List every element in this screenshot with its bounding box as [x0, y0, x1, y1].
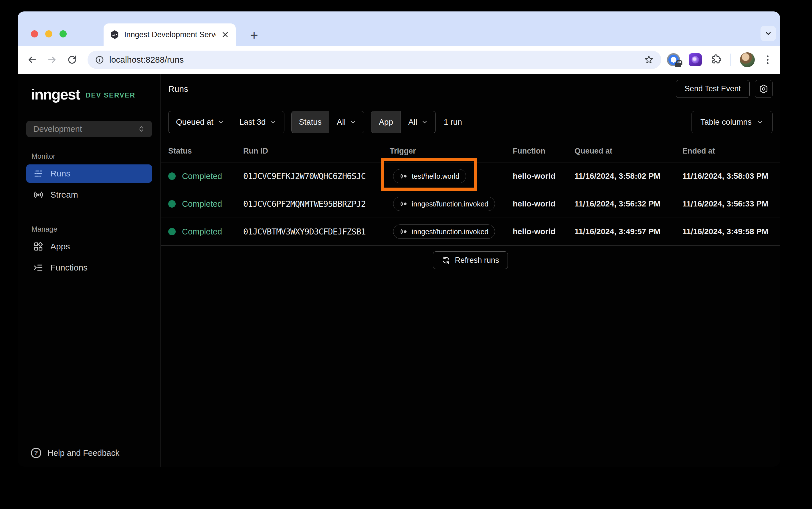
page-title: Runs: [168, 84, 188, 94]
select-updown-icon: [138, 125, 145, 133]
functions-icon: [33, 263, 43, 273]
event-trigger-icon: [400, 200, 408, 208]
inngest-favicon-icon: [110, 30, 120, 39]
forward-icon[interactable]: [46, 54, 58, 66]
trigger-badge[interactable]: test/hello.world: [393, 169, 466, 183]
page-header: Runs Send Test Event: [161, 74, 780, 104]
time-filter-group: Queued at Last 3d: [168, 111, 284, 133]
table-row[interactable]: Completed 01JCVBTMV3WXY9D3CFDEJFZSB1 inn…: [161, 218, 780, 246]
queued-at: 11/16/2024, 3:49:57 PM: [575, 227, 682, 236]
sidebar-item-label: Runs: [51, 169, 70, 178]
environment-select[interactable]: Development: [26, 121, 152, 137]
purple-extension-icon[interactable]: [689, 53, 702, 66]
bookmark-star-icon[interactable]: [644, 55, 654, 65]
minimize-window-button[interactable]: [45, 30, 52, 37]
time-field-filter[interactable]: Queued at: [168, 111, 232, 133]
profile-avatar[interactable]: [740, 52, 755, 67]
help-and-feedback[interactable]: ? Help and Feedback: [31, 448, 152, 458]
inngest-logo: inngest: [31, 86, 80, 103]
ended-at: 11/16/2024, 3:49:58 PM: [682, 227, 773, 236]
status-text: Completed: [182, 172, 222, 181]
browser-menu-icon[interactable]: [764, 56, 772, 64]
column-header-status: Status: [168, 147, 243, 156]
send-test-event-button[interactable]: Send Test Event: [676, 80, 750, 98]
function-name: hello-world: [513, 227, 575, 236]
table-columns-button[interactable]: Table columns: [691, 111, 773, 133]
table-row[interactable]: Completed 01JCVC6PF2MQNMTWE95BBRZPJ2 inn…: [161, 190, 780, 218]
dev-server-badge: DEV SERVER: [86, 91, 135, 99]
tab-strip: Inngest Development Server +: [18, 11, 780, 46]
tab-close-icon[interactable]: [221, 30, 229, 39]
column-header-trigger: Trigger: [390, 147, 513, 156]
chevron-down-icon: [218, 119, 224, 126]
browser-window: Inngest Development Server + localhost:8…: [18, 11, 780, 467]
back-icon[interactable]: [26, 54, 38, 66]
run-id: 01JCVBTMV3WXY9D3CFDEJFZSB1: [243, 227, 390, 236]
table-row[interactable]: Completed 01JCVC9EFKJ2W70WQHC6ZH6SJC tes…: [161, 162, 780, 190]
site-info-icon[interactable]: [95, 55, 104, 64]
function-name: hello-world: [513, 172, 575, 181]
browser-toolbar: localhost:8288/runs: [18, 46, 780, 74]
tab-search-button[interactable]: [760, 26, 776, 41]
status-filter-group: Status All: [291, 111, 364, 133]
ended-at: 11/16/2024, 3:58:03 PM: [682, 172, 773, 181]
event-trigger-icon: [400, 228, 408, 236]
manage-section-label: Manage: [31, 225, 152, 233]
app-filter-group: App All: [371, 111, 436, 133]
status-dot: [168, 228, 176, 235]
reload-icon[interactable]: [66, 54, 78, 66]
stream-icon: [33, 190, 43, 200]
status-dot: [168, 200, 176, 208]
queued-at: 11/16/2024, 3:56:32 PM: [575, 199, 682, 208]
sidebar-item-runs[interactable]: Runs: [26, 164, 152, 183]
url-text[interactable]: localhost:8288/runs: [109, 55, 644, 65]
sidebar: inngest DEV SERVER Development Monitor R…: [18, 74, 161, 467]
status-text: Completed: [182, 199, 222, 209]
sidebar-item-apps[interactable]: Apps: [26, 237, 152, 256]
app-filter-label: App: [371, 111, 400, 133]
chevron-down-icon: [270, 119, 277, 126]
sidebar-item-functions[interactable]: Functions: [26, 259, 152, 277]
refresh-runs-button[interactable]: Refresh runs: [433, 251, 508, 269]
run-id: 01JCVC6PF2MQNMTWE95BBRZPJ2: [243, 199, 390, 209]
chevron-down-icon: [350, 119, 357, 126]
trigger-badge[interactable]: inngest/function.invoked: [393, 225, 495, 239]
new-tab-button[interactable]: +: [247, 28, 261, 42]
status-filter-value[interactable]: All: [329, 111, 364, 133]
sidebar-item-label: Stream: [51, 190, 78, 200]
close-window-button[interactable]: [31, 30, 38, 37]
password-manager-extension-icon[interactable]: [667, 53, 680, 66]
status-filter-label: Status: [292, 111, 329, 133]
chevron-down-icon: [756, 118, 764, 126]
run-count: 1 run: [444, 117, 462, 127]
status-dot: [168, 172, 176, 180]
column-header-queued-at: Queued at: [575, 147, 682, 156]
help-icon: ?: [31, 448, 41, 458]
browser-tab[interactable]: Inngest Development Server: [104, 24, 236, 46]
sidebar-item-label: Apps: [51, 242, 70, 251]
status-text: Completed: [182, 227, 222, 236]
column-header-function: Function: [513, 147, 575, 156]
traffic-lights: [31, 30, 67, 37]
address-bar[interactable]: localhost:8288/runs: [88, 50, 661, 69]
refresh-icon: [442, 256, 450, 265]
filter-bar: Queued at Last 3d Status All: [161, 104, 780, 140]
chevron-down-icon: [421, 119, 428, 126]
event-trigger-icon: [400, 172, 408, 180]
column-header-ended-at: Ended at: [682, 147, 773, 156]
settings-button[interactable]: [755, 80, 773, 98]
function-name: hello-world: [513, 199, 575, 208]
app-filter-value[interactable]: All: [400, 111, 435, 133]
sidebar-item-stream[interactable]: Stream: [26, 185, 152, 204]
apps-icon: [33, 241, 43, 252]
toolbar-divider: [730, 54, 731, 66]
queued-at: 11/16/2024, 3:58:02 PM: [575, 172, 682, 181]
monitor-section-label: Monitor: [31, 152, 152, 161]
extensions-puzzle-icon[interactable]: [710, 54, 722, 66]
sidebar-item-label: Functions: [51, 263, 88, 273]
column-header-run-id: Run ID: [243, 147, 390, 156]
ended-at: 11/16/2024, 3:56:33 PM: [682, 199, 773, 208]
trigger-badge[interactable]: inngest/function.invoked: [393, 197, 495, 211]
time-range-filter[interactable]: Last 3d: [232, 111, 284, 133]
maximize-window-button[interactable]: [60, 30, 67, 37]
